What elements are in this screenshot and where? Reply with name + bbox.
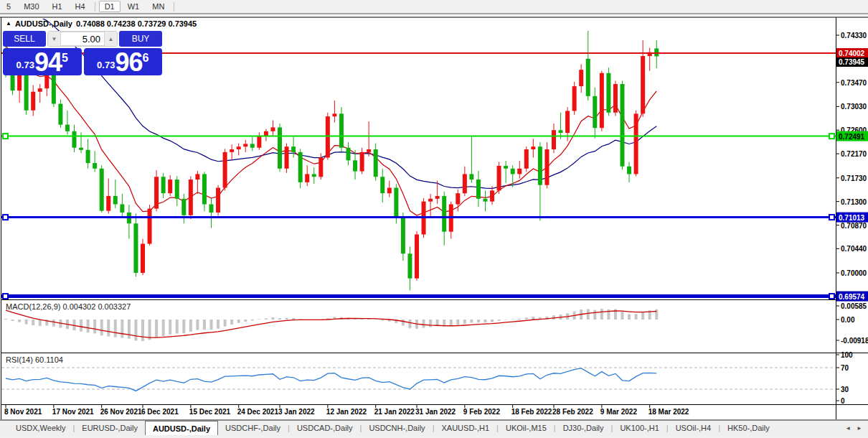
svg-text:0.74330: 0.74330 xyxy=(841,32,867,39)
hline-handle[interactable] xyxy=(829,134,834,139)
candle xyxy=(621,84,625,167)
svg-text:24 Dec 2021: 24 Dec 2021 xyxy=(237,408,279,416)
candle xyxy=(168,180,172,193)
tabs-scroll-right-icon[interactable]: ► xyxy=(857,425,862,432)
tab-dj30-daily[interactable]: DJ30-,Daily xyxy=(556,421,611,435)
candle xyxy=(202,174,207,204)
svg-text:0.72491: 0.72491 xyxy=(839,133,865,141)
tab-usdx-weekly[interactable]: USDX,Weekly xyxy=(9,421,72,435)
bid-quote-panel[interactable]: 0.73 94 5 xyxy=(3,48,82,75)
candle xyxy=(380,177,385,193)
tab-eurusd-daily[interactable]: EURUSD-,Daily xyxy=(75,421,145,435)
volume-increase-icon[interactable]: ▲ xyxy=(105,32,117,46)
tab-ukoil-m15[interactable]: UKOil-,M15 xyxy=(499,421,554,435)
expand-triangle-icon[interactable]: ▲ xyxy=(6,21,11,27)
svg-text:6 Dec 2021: 6 Dec 2021 xyxy=(141,408,179,416)
candle xyxy=(613,84,618,113)
candle xyxy=(353,160,357,171)
candle xyxy=(442,196,446,232)
candle xyxy=(291,146,296,152)
svg-text:0.73030: 0.73030 xyxy=(841,103,867,111)
candle xyxy=(326,116,330,157)
svg-text:0.73470: 0.73470 xyxy=(841,79,867,87)
candle xyxy=(606,73,610,113)
svg-text:21 Jan 2022: 21 Jan 2022 xyxy=(374,408,415,416)
candle xyxy=(367,149,371,152)
volume-input[interactable]: 5.00 xyxy=(60,32,105,46)
candle xyxy=(298,152,303,182)
tab-audusd-daily[interactable]: AUDUSD-,Daily xyxy=(145,421,218,435)
rsi-label: RSI(14) 60.1104 xyxy=(6,355,63,364)
svg-text:30: 30 xyxy=(841,386,849,393)
buy-button[interactable]: BUY xyxy=(119,31,162,47)
tab-usdchf-daily[interactable]: USDCHF-,Daily xyxy=(218,421,288,435)
candle xyxy=(161,177,166,193)
candle xyxy=(600,73,604,128)
chart-symbol-label: AUDUSD-,Daily xyxy=(15,19,72,28)
svg-text:0.70440: 0.70440 xyxy=(841,245,867,253)
candle xyxy=(264,131,268,136)
candle xyxy=(428,199,433,202)
sell-button[interactable]: SELL xyxy=(3,31,46,47)
svg-text:0.71730: 0.71730 xyxy=(841,174,867,182)
hline-handle[interactable] xyxy=(829,294,834,299)
hline-handle[interactable] xyxy=(3,294,8,299)
ask-price-big: 96 xyxy=(115,50,142,75)
svg-text:0.71013: 0.71013 xyxy=(839,214,865,222)
svg-text:0.72170: 0.72170 xyxy=(841,150,867,158)
candle xyxy=(17,75,22,90)
tabs-scroll-left-icon[interactable]: ◄ xyxy=(845,425,851,432)
chart-title: ▲ AUDUSD-,Daily 0.74088 0.74238 0.73729 … xyxy=(6,19,197,28)
candle xyxy=(435,196,440,199)
candle xyxy=(133,223,138,273)
svg-text:0.71300: 0.71300 xyxy=(841,198,867,206)
candle xyxy=(285,146,289,169)
svg-text:0.74002: 0.74002 xyxy=(839,50,865,57)
svg-text:0.69574: 0.69574 xyxy=(839,293,865,301)
svg-text:3 Jan 2022: 3 Jan 2022 xyxy=(278,408,315,416)
volume-decrease-icon[interactable]: ▼ xyxy=(48,32,60,46)
candle xyxy=(312,174,316,177)
candle xyxy=(195,174,199,180)
candle xyxy=(627,167,631,174)
hline-handle[interactable] xyxy=(829,215,834,220)
tab-hk50-daily[interactable]: HK50-,Daily xyxy=(720,421,777,435)
svg-text:17 Nov 2021: 17 Nov 2021 xyxy=(52,408,94,416)
bid-price-prefix: 0.73 xyxy=(16,60,34,70)
svg-text:0.70870: 0.70870 xyxy=(841,222,867,230)
candle xyxy=(332,113,336,116)
svg-text:0.73945: 0.73945 xyxy=(839,58,865,66)
candle xyxy=(469,174,473,180)
candle xyxy=(552,130,556,149)
tab-xauusd-h1[interactable]: XAUUSD-,H1 xyxy=(434,421,496,435)
tab-usdcnh-daily[interactable]: USDCNH-,Daily xyxy=(362,421,432,435)
candle xyxy=(544,149,549,185)
svg-text:18 Mar 2022: 18 Mar 2022 xyxy=(648,408,689,416)
candle xyxy=(141,244,145,274)
volume-stepper: ▼ 5.00 ▲ xyxy=(47,31,118,47)
candle xyxy=(524,149,529,169)
candle xyxy=(654,49,659,57)
candle xyxy=(120,204,124,212)
candle xyxy=(319,157,323,177)
hline-handle[interactable] xyxy=(3,134,8,139)
candle xyxy=(154,177,159,208)
candle xyxy=(58,104,62,125)
ask-quote-panel[interactable]: 0.73 96 6 xyxy=(84,48,163,75)
mt4-window: 5M30H1H4D1W1MN 0.743300.734700.730300.72… xyxy=(0,0,868,438)
candle xyxy=(346,148,351,161)
candle xyxy=(257,136,261,148)
tab-usdcad-daily[interactable]: USDCAD-,Daily xyxy=(290,421,360,435)
tab-uk100-h1[interactable]: UK100-,H1 xyxy=(613,421,666,435)
candle xyxy=(634,113,638,174)
candle xyxy=(531,146,535,149)
svg-text:31 Jan 2022: 31 Jan 2022 xyxy=(415,408,456,416)
tab-usoil-h4[interactable]: USOil-,H4 xyxy=(669,421,719,435)
candle xyxy=(223,152,227,188)
hline-handle[interactable] xyxy=(3,215,8,220)
candle xyxy=(511,169,515,174)
svg-text:-0.009181: -0.009181 xyxy=(841,337,868,345)
symbol-tab-bar: USDX,Weekly|EURUSD-,DailyAUDUSD-,DailyUS… xyxy=(0,420,868,435)
candle xyxy=(339,113,344,147)
candle xyxy=(175,180,179,199)
